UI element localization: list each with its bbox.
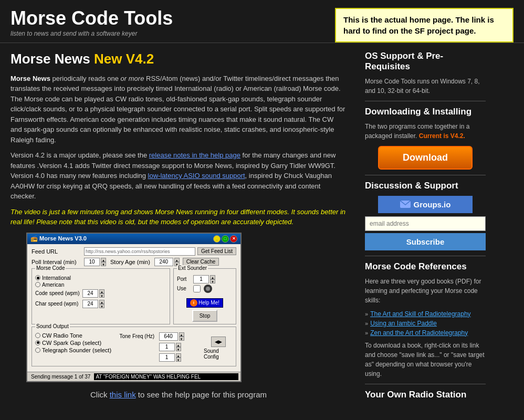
- right-sidebar: OS Support & Pre-Requisites Morse Code T…: [357, 43, 494, 413]
- port-spin[interactable]: ▲ ▼: [193, 275, 215, 284]
- code-speed-input[interactable]: [82, 289, 98, 298]
- sidebar-divider-3: [365, 256, 486, 256]
- use-indicator: [204, 285, 212, 293]
- poll-input[interactable]: [84, 258, 100, 266]
- spark-level-input[interactable]: [159, 343, 175, 351]
- ref-link-1[interactable]: The Art and Skill of Radiotelegraphy: [370, 310, 470, 318]
- char-speed-label: Char speed (wpm): [35, 301, 82, 307]
- spark-level-spin[interactable]: ▲ ▼: [159, 343, 181, 351]
- stop-button[interactable]: Stop: [192, 310, 218, 322]
- help-button[interactable]: i Help Me!: [186, 298, 223, 308]
- telegraph-radio[interactable]: [35, 348, 40, 353]
- download-button[interactable]: Download: [378, 146, 473, 170]
- ref-link-3[interactable]: Zen and the Art of Radiotelegraphy: [370, 329, 468, 337]
- intl-radio-row[interactable]: International: [35, 275, 166, 281]
- screenshot-container: Feed URL 📻 Morse News V3.0 _ □ ✕ Feed UR…: [26, 233, 347, 382]
- spark-radio[interactable]: [35, 340, 40, 345]
- sound-toggle[interactable]: ◀▶: [211, 337, 226, 347]
- groups-button[interactable]: Groups.io: [378, 196, 473, 213]
- use-checkbox[interactable]: [193, 285, 201, 292]
- char-speed-down[interactable]: ▼: [99, 304, 104, 308]
- char-speed-up[interactable]: ▲: [99, 300, 104, 304]
- tone-freq-up[interactable]: ▲: [179, 332, 184, 337]
- tone-freq-down[interactable]: ▼: [179, 337, 184, 341]
- telegraph-level-down[interactable]: ▼: [176, 358, 181, 362]
- poll-label: Poll Interval (min): [32, 259, 84, 265]
- code-speed-down[interactable]: ▼: [99, 293, 104, 298]
- ref-item-1: » The Art and Skill of Radiotelegraphy: [365, 310, 486, 318]
- sound-output-body: CW Radio Tone CW Spark Gap (select) Tele…: [35, 332, 233, 364]
- window-title-text: 📻 Morse News V3.0: [30, 235, 87, 242]
- get-feed-button[interactable]: Get Feed List: [197, 247, 236, 255]
- click-prefix: Click: [90, 390, 110, 399]
- poll-down[interactable]: ▼: [101, 262, 106, 266]
- char-speed-spin[interactable]: ▲ ▼: [82, 300, 104, 308]
- port-input[interactable]: [193, 275, 209, 284]
- help-page-link[interactable]: this link: [110, 390, 136, 399]
- ref-link-2[interactable]: Using an Iambic Paddle: [370, 320, 437, 327]
- tone-freq-spin[interactable]: ▲ ▼: [159, 332, 184, 341]
- ref-item-2: » Using an Iambic Paddle: [365, 320, 486, 327]
- spark-radio-row[interactable]: CW Spark Gap (select): [35, 340, 114, 346]
- subscribe-button[interactable]: Subscribe: [365, 233, 486, 250]
- story-spin[interactable]: ▲ ▼: [154, 258, 180, 266]
- telegraph-level-input[interactable]: [159, 353, 175, 362]
- asio-link[interactable]: low-latency ASIO sound support: [148, 172, 245, 180]
- cw-radio[interactable]: [35, 333, 40, 338]
- maximize-button[interactable]: □: [222, 235, 229, 243]
- sidebar-divider-4: [365, 384, 486, 384]
- window-titlebar: Feed URL 📻 Morse News V3.0 _ □ ✕: [27, 234, 240, 244]
- callout-text: This is the actual home page. The link i…: [343, 15, 494, 35]
- email-input[interactable]: [365, 216, 486, 231]
- code-speed-spin[interactable]: ▲ ▼: [82, 289, 104, 298]
- spark-level-row: ▲ ▼: [120, 343, 199, 351]
- code-speed-label: Code speed (wpm): [35, 290, 82, 296]
- sound-config-label: Sound Config: [204, 348, 233, 360]
- tone-freq-input[interactable]: [159, 332, 178, 341]
- sidebar-divider-1: [365, 101, 486, 101]
- port-up[interactable]: ▲: [210, 275, 215, 279]
- ext-sounder-section: Ext Sounder Port ▲ ▼: [173, 268, 236, 324]
- morse-code-title: Morse Code: [35, 265, 66, 271]
- telegraph-level-spin[interactable]: ▲ ▼: [159, 353, 181, 362]
- sound-config-group: ◀▶ Sound Config: [204, 337, 233, 360]
- spark-radio-label: CW Spark Gap (select): [42, 340, 101, 346]
- spark-level-up[interactable]: ▲: [176, 343, 181, 347]
- references-intro: Here are three very good books (PDF) for…: [365, 277, 486, 305]
- cw-radio-label: CW Radio Tone: [42, 332, 82, 339]
- poll-up[interactable]: ▲: [101, 258, 106, 262]
- main-content: Morse News New V4.2 Morse News periodica…: [0, 43, 357, 413]
- cw-radio-row[interactable]: CW Radio Tone: [35, 332, 114, 339]
- window-controls[interactable]: _ □ ✕: [213, 235, 237, 243]
- telegraph-level-up[interactable]: ▲: [176, 353, 181, 358]
- spark-level-down[interactable]: ▼: [176, 347, 181, 351]
- help-label: Help Me!: [198, 300, 219, 306]
- references-download-note: To download a book, right-click on its l…: [365, 341, 486, 379]
- version-paragraph: Version 4.2 is a major update, please se…: [11, 150, 347, 202]
- telegraph-radio-row[interactable]: Telegraph Sounder (select): [35, 347, 114, 353]
- sound-output-title: Sound Output: [35, 323, 70, 329]
- intl-radio[interactable]: [35, 275, 40, 280]
- code-speed-up[interactable]: ▲: [99, 289, 104, 293]
- minimize-button[interactable]: _: [213, 235, 221, 243]
- telegraph-level-row: ▲ ▼: [120, 353, 199, 362]
- amer-label: American: [42, 282, 64, 288]
- story-input[interactable]: [154, 258, 173, 266]
- feed-url-input[interactable]: [84, 247, 195, 256]
- status-feed: AT "FOREIGN MONEY" WAS HELPING FEL: [94, 373, 238, 380]
- release-notes-link[interactable]: release notes in the help page: [149, 151, 240, 159]
- download-text: The two programs come together in a pack…: [365, 122, 486, 141]
- poll-spin[interactable]: ▲ ▼: [84, 258, 106, 266]
- tone-freq-row: Tone Freq (Hz) ▲ ▼: [120, 332, 199, 341]
- port-down[interactable]: ▼: [210, 279, 215, 284]
- port-label: Port: [177, 276, 192, 282]
- close-button[interactable]: ✕: [230, 235, 237, 243]
- story-up[interactable]: ▲: [174, 258, 180, 262]
- amer-radio[interactable]: [35, 282, 40, 287]
- click-link-section: Click this link to see the help page for…: [11, 390, 347, 399]
- char-speed-input[interactable]: [82, 300, 98, 308]
- feed-url-label: Feed URL: [32, 248, 84, 255]
- radio-station-title: Your Own Radio Station: [365, 390, 486, 402]
- code-speed-row: Code speed (wpm) ▲ ▼: [35, 289, 166, 298]
- amer-radio-row[interactable]: American: [35, 282, 166, 288]
